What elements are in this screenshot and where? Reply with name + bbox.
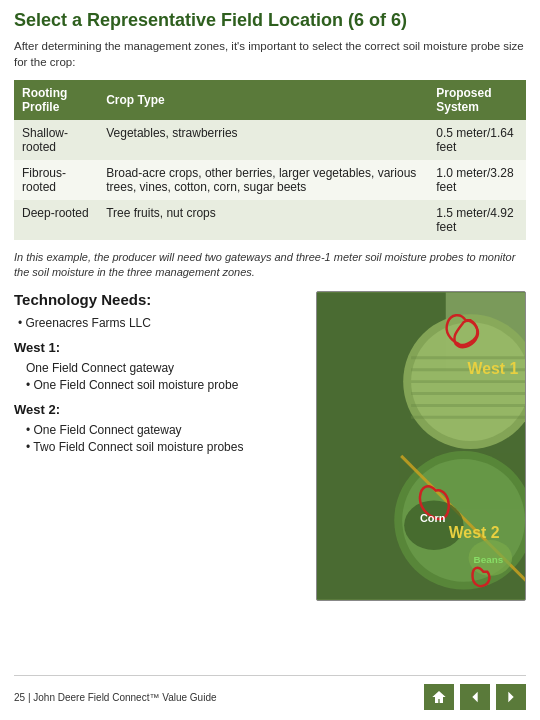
tech-bullet: • Greenacres Farms LLC (14, 316, 306, 330)
field-image: Corn West 1 West 2 Beans (316, 291, 526, 601)
table-row: Shallow-rooted Vegetables, strawberries … (14, 120, 526, 160)
nav-forward-button[interactable] (496, 684, 526, 710)
west2-bullets: • One Field Connect gateway • Two Field … (14, 423, 306, 454)
west1-title: West 1: (14, 340, 306, 355)
row2-system: 1.0 meter/3.28 feet (428, 160, 526, 200)
west2-bullet1: • One Field Connect gateway (22, 423, 306, 437)
row3-rooting: Deep-rooted (14, 200, 98, 240)
nav-back-button[interactable] (460, 684, 490, 710)
corn-label: Corn (420, 512, 445, 524)
row3-system: 1.5 meter/4.92 feet (428, 200, 526, 240)
col-system: Proposed System (428, 80, 526, 120)
svg-text:West 1: West 1 (468, 359, 519, 376)
west1-bullets: One Field Connect gateway • One Field Co… (14, 361, 306, 392)
west2-bullet2: • Two Field Connect soil moisture probes (22, 440, 306, 454)
text-section: Technology Needs: • Greenacres Farms LLC… (14, 291, 306, 669)
footer-text: 25 | John Deere Field Connect™ Value Gui… (14, 692, 217, 703)
row1-crop: Vegetables, strawberries (98, 120, 428, 160)
west2-title: West 2: (14, 402, 306, 417)
footer-nav (424, 684, 526, 710)
row1-rooting: Shallow-rooted (14, 120, 98, 160)
probe-table: Rooting Profile Crop Type Proposed Syste… (14, 80, 526, 240)
col-crop: Crop Type (98, 80, 428, 120)
svg-marker-18 (472, 692, 477, 703)
note-text: In this example, the producer will need … (14, 250, 526, 281)
col-rooting: Rooting Profile (14, 80, 98, 120)
tech-needs-title: Technology Needs: (14, 291, 306, 308)
row3-crop: Tree fruits, nut crops (98, 200, 428, 240)
page: Select a Representative Field Location (… (0, 0, 540, 720)
intro-text: After determining the management zones, … (14, 38, 526, 70)
table-row: Fibrous-rooted Broad-acre crops, other b… (14, 160, 526, 200)
svg-text:Beans: Beans (473, 553, 503, 564)
west1-bullet1: One Field Connect gateway (22, 361, 306, 375)
main-content: Technology Needs: • Greenacres Farms LLC… (14, 291, 526, 669)
row2-crop: Broad-acre crops, other berries, larger … (98, 160, 428, 200)
footer: 25 | John Deere Field Connect™ Value Gui… (14, 675, 526, 710)
row1-system: 0.5 meter/1.64 feet (428, 120, 526, 160)
page-title: Select a Representative Field Location (… (14, 10, 526, 32)
row2-rooting: Fibrous-rooted (14, 160, 98, 200)
svg-marker-19 (508, 692, 513, 703)
table-row: Deep-rooted Tree fruits, nut crops 1.5 m… (14, 200, 526, 240)
svg-text:West 2: West 2 (449, 524, 500, 541)
west1-bullet2: • One Field Connect soil moisture probe (22, 378, 306, 392)
nav-home-button[interactable] (424, 684, 454, 710)
